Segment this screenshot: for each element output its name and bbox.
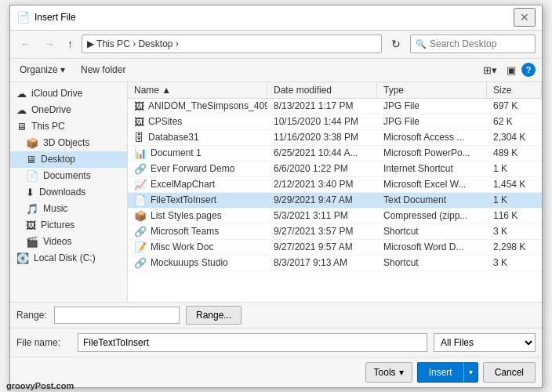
column-header-size[interactable]: Size — [487, 82, 542, 98]
search-bar: 🔍 — [410, 34, 536, 53]
file-cell-date: 8/3/2017 9:13 AM — [267, 256, 377, 270]
table-row[interactable]: 📄 FileTextToInsert 9/29/2021 9:47 AM Tex… — [128, 193, 542, 209]
file-type-icon: 🔗 — [134, 226, 147, 238]
search-input[interactable] — [430, 38, 530, 49]
file-cell-date: 2/12/2021 3:40 PM — [267, 177, 377, 191]
column-header-type[interactable]: Type — [377, 82, 487, 98]
file-cell-name: 🗄 Database31 — [128, 130, 267, 145]
file-type-icon: 📝 — [134, 241, 147, 253]
range-button[interactable]: Range... — [186, 306, 242, 325]
table-row[interactable]: 🔗 Microsoft Teams 9/27/2021 3:57 PM Shor… — [128, 224, 542, 240]
title-bar-left: 📄 Insert File — [16, 11, 76, 24]
search-icon: 🔍 — [416, 39, 427, 49]
table-row[interactable]: 🖼 ANIDOM_TheSimpsons_4096x2160_01 8/13/2… — [128, 99, 542, 114]
range-section: Range: Range... — [10, 302, 542, 328]
sidebar-label-documents: Documents — [43, 170, 91, 181]
file-cell-date: 5/3/2021 3:11 PM — [267, 209, 377, 223]
sidebar-item-3dobjects[interactable]: 📦3D Objects — [10, 135, 127, 151]
table-row[interactable]: 🔗 Mockuuups Studio 8/3/2017 9:13 AM Shor… — [128, 256, 542, 271]
view-buttons: ⊞▾ ▣ ? — [479, 63, 536, 78]
file-cell-size: 116 K — [487, 209, 542, 223]
file-cell-size: 489 K — [487, 146, 542, 160]
filename-input[interactable] — [78, 333, 427, 352]
refresh-button[interactable]: ↻ — [387, 35, 405, 53]
sidebar-item-onedrive[interactable]: ☁OneDrive — [10, 102, 127, 118]
file-cell-name: 🖼 ANIDOM_TheSimpsons_4096x2160_01 — [128, 99, 267, 114]
tools-button[interactable]: Tools ▾ — [365, 362, 412, 383]
table-row[interactable]: 🖼 CPSites 10/15/2020 1:44 PM JPG File 62… — [128, 114, 542, 130]
forward-button[interactable]: → — [40, 35, 59, 53]
file-type-icon: 🖼 — [134, 100, 144, 112]
file-cell-type: Microsoft Word D... — [377, 240, 487, 254]
sidebar-icon-onedrive: ☁ — [16, 104, 27, 116]
table-row[interactable]: 📝 Misc Work Doc 9/27/2021 9:57 AM Micros… — [128, 240, 542, 256]
file-cell-name: 🔗 Microsoft Teams — [128, 224, 267, 239]
range-input[interactable] — [54, 307, 180, 324]
tools-arrow-icon: ▾ — [399, 367, 404, 378]
sidebar-label-music: Music — [43, 203, 67, 214]
sidebar-item-thispc[interactable]: 🖥This PC — [10, 118, 127, 135]
file-cell-type: Microsoft Excel W... — [377, 177, 487, 191]
insert-dropdown-button[interactable]: ▾ — [463, 362, 478, 383]
main-content: ☁iCloud Drive☁OneDrive🖥This PC📦3D Object… — [10, 82, 542, 302]
file-type-icon: 📄 — [134, 194, 147, 206]
file-cell-size: 2,304 K — [487, 130, 542, 144]
view-toggle-button[interactable]: ⊞▾ — [479, 63, 501, 78]
organize-button[interactable]: Organize ▾ — [16, 63, 68, 77]
file-cell-name: 📄 FileTextToInsert — [128, 193, 267, 208]
table-row[interactable]: 📈 ExcelMapChart 2/12/2021 3:40 PM Micros… — [128, 177, 542, 193]
sidebar-icon-icloud: ☁ — [16, 88, 27, 100]
file-list-header: Name ▲Date modifiedTypeSize — [128, 82, 542, 99]
new-folder-button[interactable]: New folder — [74, 63, 132, 77]
sidebar-item-icloud[interactable]: ☁iCloud Drive — [10, 85, 127, 102]
file-list[interactable]: Name ▲Date modifiedTypeSize 🖼 ANIDOM_The… — [128, 82, 542, 302]
dialog-icon: 📄 — [16, 11, 30, 24]
up-button[interactable]: ↑ — [64, 35, 77, 53]
insert-button-group: Insert ▾ — [417, 362, 478, 383]
file-cell-date: 9/29/2021 9:47 AM — [267, 193, 377, 207]
table-row[interactable]: 📦 List Styles.pages 5/3/2021 3:11 PM Com… — [128, 209, 542, 224]
file-cell-size: 62 K — [487, 114, 542, 129]
file-cell-size: 2,298 K — [487, 240, 542, 254]
filename-section: File name: All FilesText FilesWord Docum… — [10, 328, 542, 357]
breadcrumb[interactable]: ▶ This PC › Desktop › — [82, 34, 382, 53]
table-row[interactable]: 🗄 Database31 11/16/2020 3:38 PM Microsof… — [128, 130, 542, 146]
file-cell-type: Shortcut — [377, 256, 487, 270]
column-header-date[interactable]: Date modified — [267, 82, 377, 98]
file-cell-date: 9/27/2021 9:57 AM — [267, 240, 377, 254]
file-type-icon: 🔗 — [134, 257, 147, 269]
sidebar-item-music[interactable]: 🎵Music — [10, 201, 127, 217]
cancel-button[interactable]: Cancel — [483, 362, 536, 383]
insert-button[interactable]: Insert — [417, 362, 463, 383]
help-button[interactable]: ? — [521, 63, 536, 77]
column-header-name[interactable]: Name ▲ — [128, 82, 267, 98]
sidebar-icon-3dobjects: 📦 — [26, 137, 38, 149]
back-button[interactable]: ← — [16, 35, 35, 53]
pane-button[interactable]: ▣ — [503, 63, 520, 78]
sidebar-label-thispc: This PC — [31, 121, 65, 132]
sidebar-label-onedrive: OneDrive — [31, 104, 71, 115]
table-row[interactable]: 🔗 Ever Forward Demo 6/6/2020 1:22 PM Int… — [128, 162, 542, 177]
sidebar-label-pictures: Pictures — [41, 220, 74, 230]
sidebar-item-localdisk[interactable]: 💽Local Disk (C:) — [10, 250, 127, 267]
sidebar-icon-downloads: ⬇ — [26, 187, 34, 198]
filetype-select[interactable]: All FilesText FilesWord DocumentsExcel F… — [434, 333, 536, 352]
file-cell-type: Compressed (zipp... — [377, 209, 487, 223]
file-type-icon: 📦 — [134, 210, 147, 222]
range-label: Range: — [16, 310, 48, 321]
sidebar-label-videos: Videos — [43, 236, 71, 247]
file-cell-name: 🔗 Mockuuups Studio — [128, 256, 267, 270]
file-cell-date: 6/6/2020 1:22 PM — [267, 162, 377, 176]
close-button[interactable]: ✕ — [514, 8, 536, 27]
sidebar-item-pictures[interactable]: 🖼Pictures — [10, 217, 127, 234]
sidebar-icon-music: 🎵 — [26, 203, 38, 215]
bottom-section: Tools ▾ Insert ▾ Cancel — [10, 357, 542, 387]
file-cell-type: Text Document — [377, 193, 487, 207]
sidebar-item-documents[interactable]: 📄Documents — [10, 168, 127, 184]
file-type-icon: 🔗 — [134, 163, 147, 175]
sidebar-item-videos[interactable]: 🎬Videos — [10, 234, 127, 250]
sidebar-item-desktop[interactable]: 🖥Desktop — [10, 151, 127, 168]
sidebar-item-downloads[interactable]: ⬇Downloads — [10, 184, 127, 201]
table-row[interactable]: 📊 Document 1 6/25/2021 10:44 A... Micros… — [128, 146, 542, 162]
action-bar: Organize ▾ New folder ⊞▾ ▣ ? — [10, 59, 542, 82]
